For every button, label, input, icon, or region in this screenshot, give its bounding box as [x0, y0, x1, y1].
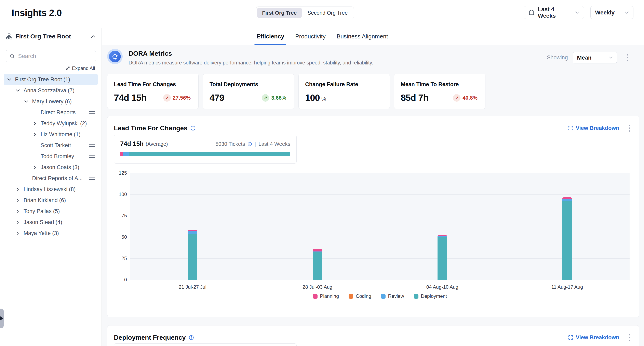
tree-item-label: Maya Yette (3)	[24, 230, 59, 236]
tree-item[interactable]: Direct Reports ...	[4, 107, 98, 118]
expand-all-icon	[66, 66, 70, 71]
sidebar-header: First Org Tree Root	[0, 28, 102, 45]
filter-icon[interactable]	[89, 176, 95, 181]
tree-item[interactable]: Liz Whittome (1)	[4, 129, 98, 140]
tree-item[interactable]: Brian Kirkland (6)	[4, 195, 98, 206]
app-title: Insights 2.0	[12, 7, 62, 18]
legend-item-planning: Planning	[313, 293, 339, 299]
tree-item[interactable]: Todd Bromley	[4, 151, 98, 162]
legend-item-coding: Coding	[348, 293, 371, 299]
bar-21-Jul-27-Jul[interactable]	[188, 230, 197, 280]
sidebar: First Org Tree Root Expand All First Org…	[0, 28, 102, 346]
summary-tickets: 5030 Tickets	[216, 141, 245, 147]
filter-icon[interactable]	[89, 143, 95, 148]
y-tick-label: 50	[108, 234, 127, 240]
tree-item[interactable]: Scott Tarkett	[4, 140, 98, 151]
date-range-select[interactable]: Last 4 Weeks	[524, 6, 584, 19]
trend-badge: ↗3.68%	[262, 94, 286, 102]
y-tick-label: 75	[108, 213, 127, 219]
trend-up-icon: ↗	[262, 94, 269, 102]
summary-stacked-bar	[120, 152, 290, 156]
showing-controls: Showing Mean	[547, 52, 629, 63]
bar-segment-deployment	[438, 237, 447, 280]
tree-item[interactable]: Direct Reports of A...	[4, 173, 98, 184]
tree-item[interactable]: Lindsay Liszewski (8)	[4, 184, 98, 195]
legend-swatch	[313, 294, 318, 299]
gridline	[130, 237, 630, 237]
filter-icon[interactable]	[89, 154, 95, 159]
chevron-right-icon[interactable]	[14, 209, 21, 213]
org-tree-toggle[interactable]: First Org TreeSecond Org Tree	[256, 7, 354, 19]
tree-item[interactable]: Tony Pallas (5)	[4, 206, 98, 217]
lead-time-view-breakdown[interactable]: View Breakdown	[568, 125, 619, 131]
chevron-right-icon[interactable]	[31, 122, 38, 125]
lead-time-kebab-menu[interactable]	[628, 123, 631, 133]
chevron-right-icon[interactable]	[14, 198, 21, 202]
tab-productivity[interactable]: Productivity	[294, 28, 326, 45]
tree-item[interactable]: Teddy Wylupski (2)	[4, 118, 98, 129]
dora-kebab-menu[interactable]	[626, 53, 629, 63]
x-tick-label: 28 Jul-03 Aug	[287, 284, 348, 290]
toggle-divider	[302, 9, 302, 17]
showing-label: Showing	[547, 55, 568, 61]
collapse-chevron-up-icon[interactable]	[91, 35, 96, 38]
chevron-down-icon	[625, 11, 629, 14]
chevron-right-icon[interactable]	[31, 165, 38, 169]
chevron-right-icon[interactable]	[14, 231, 21, 235]
y-tick-label: 25	[108, 256, 127, 261]
chevron-down-icon[interactable]	[6, 78, 12, 81]
granularity-select[interactable]: Weekly	[590, 6, 634, 19]
info-icon[interactable]	[188, 335, 194, 340]
dora-subtitle: DORA metrics measure software delivery p…	[128, 60, 373, 66]
panel-expand-handle[interactable]	[0, 309, 4, 328]
gridline	[130, 173, 630, 173]
tree-item-label: Mary Lowery (6)	[32, 98, 72, 105]
org-toggle-option[interactable]: First Org Tree	[257, 8, 302, 18]
gridline	[130, 280, 630, 280]
expand-all-button[interactable]: Expand All	[0, 65, 102, 71]
metric-card: Total Deployments479↗3.68%	[203, 74, 294, 109]
trend-up-icon: ↗	[453, 94, 460, 102]
bar-segment-review	[188, 231, 197, 235]
metric-card-value-row: 85d 7h↗40.8%	[401, 92, 479, 103]
tree-item[interactable]: First Org Tree Root (1)	[4, 74, 98, 85]
lead-time-title: Lead Time For Changes	[114, 124, 188, 132]
deployment-kebab-menu[interactable]	[628, 332, 631, 342]
bar-11-Aug-17-Aug[interactable]	[562, 197, 572, 280]
search-box[interactable]	[6, 50, 96, 62]
trend-up-icon: ↗	[163, 94, 171, 102]
deployment-frequency-section: Deployment Frequency View Breakdown	[107, 325, 639, 346]
showing-select[interactable]: Mean	[573, 52, 617, 63]
metric-card-value: 479	[210, 92, 224, 103]
legend-swatch	[414, 294, 418, 299]
lead-time-section: Lead Time For Changes View Breakdown 74d…	[107, 116, 639, 317]
tree-item[interactable]: Jason Stead (4)	[4, 217, 98, 228]
search-input[interactable]	[18, 53, 92, 59]
chevron-down-icon[interactable]	[14, 89, 21, 92]
tab-efficiency[interactable]: Efficiency	[256, 28, 285, 45]
tree-item[interactable]: Mary Lowery (6)	[4, 96, 98, 107]
org-toggle-option[interactable]: Second Org Tree	[303, 8, 353, 18]
chevron-right-icon[interactable]	[14, 220, 21, 224]
calendar-icon	[528, 10, 534, 16]
bar-segment-deployment	[313, 252, 322, 280]
tree-item[interactable]: Maya Yette (3)	[4, 228, 98, 239]
legend-swatch	[348, 294, 353, 299]
deployment-view-breakdown[interactable]: View Breakdown	[568, 334, 619, 341]
tab-business-alignment[interactable]: Business Alignment	[336, 28, 389, 45]
info-icon[interactable]	[248, 142, 252, 146]
chevron-down-icon[interactable]	[23, 100, 30, 103]
gridline	[130, 194, 630, 195]
scan-expand-icon	[568, 125, 573, 131]
tree-item[interactable]: Jason Coats (3)	[4, 162, 98, 173]
bar-28-Jul-03-Aug[interactable]	[313, 249, 322, 280]
chevron-right-icon[interactable]	[14, 188, 21, 191]
trend-delta: 40.8%	[462, 95, 478, 101]
filter-icon[interactable]	[89, 110, 95, 115]
bar-04-Aug-10-Aug[interactable]	[438, 235, 447, 280]
chevron-right-icon[interactable]	[31, 132, 38, 136]
tabs: EfficiencyProductivityBusiness Alignment	[256, 28, 389, 45]
tree-item[interactable]: Anna Scozzafava (7)	[4, 85, 98, 96]
chevron-down-icon	[609, 57, 613, 59]
info-icon[interactable]	[190, 125, 196, 131]
